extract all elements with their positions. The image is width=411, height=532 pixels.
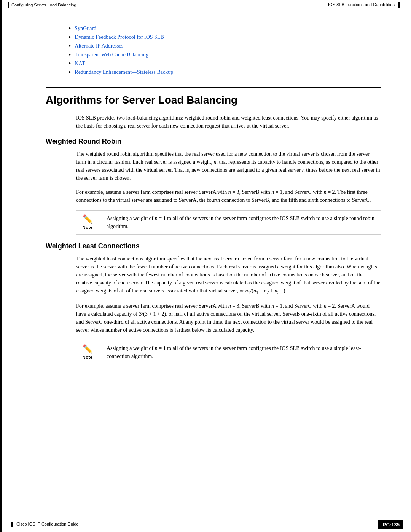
weighted-least-connections-heading: Weighted Least Connections [46, 242, 381, 250]
header-right: IOS SLB Functions and Capabilities [328, 2, 400, 8]
link-transparent-web[interactable]: Transparent Web Cache Balancing [75, 52, 148, 58]
bullet-dot: • [68, 60, 71, 67]
link-alternate-ip[interactable]: Alternate IP Addresses [75, 43, 123, 49]
var-n2: n [302, 167, 305, 173]
pencil-icon-2: ✏️ [83, 344, 93, 354]
bullet-dot: • [68, 51, 71, 58]
var-n7: n [228, 303, 231, 309]
bullet-dot: • [68, 34, 71, 41]
note-label-2: Note [83, 355, 92, 359]
list-item: • NAT [68, 61, 381, 67]
header-left-text: Configuring Server Load Balancing [11, 3, 76, 7]
var-n10: n [155, 345, 158, 351]
wlc-note-box: ✏️ Note Assigning a weight of n = 1 to a… [76, 340, 381, 364]
var-n5: n [324, 189, 327, 195]
intro-paragraph: IOS SLB provides two load-balancing algo… [76, 114, 381, 130]
note-icon-col: ✏️ Note [76, 214, 99, 230]
note-icon-col-2: ✏️ Note [76, 344, 99, 359]
var-n9: n [324, 303, 327, 309]
header-bar: Configuring Server Load Balancing IOS SL… [0, 0, 411, 10]
footer-left-text: Cisco IOS IP Configuration Guide [16, 522, 79, 526]
wlc-note-text: Assigning a weight of n = 1 to all of th… [107, 344, 381, 360]
wrr-para2: For example, assume a server farm compri… [76, 188, 381, 204]
bullet-dot: • [68, 69, 71, 76]
link-synguard[interactable]: SynGuard [75, 26, 96, 32]
header-right-rule [398, 2, 400, 8]
link-redundancy[interactable]: Redundancy Enhancement—Stateless Backup [75, 69, 173, 75]
list-item: • Redundancy Enhancement—Stateless Backu… [68, 69, 381, 76]
var-formula3: n [264, 288, 267, 294]
note-label: Note [83, 225, 92, 230]
wrr-note-box: ✏️ Note Assigning a weight of n = 1 to a… [76, 210, 381, 235]
var-n3: n [228, 189, 231, 195]
bullet-dot: • [68, 43, 71, 50]
footer-rule [11, 522, 13, 527]
wlc-para2: For example, assume a server farm compri… [76, 302, 381, 334]
page-badge: IPC-135 [378, 520, 403, 529]
header-left-rule [8, 2, 9, 8]
bullet-dot: • [68, 25, 71, 32]
link-dynamic-feedback[interactable]: Dynamic Feedback Protocol for IOS SLB [75, 34, 164, 40]
var-n: n [214, 159, 217, 165]
footer-left: Cisco IOS IP Configuration Guide [11, 522, 79, 527]
weighted-round-robin-heading: Weighted Round Robin [46, 137, 381, 145]
chapter-heading: Algorithms for Server Load Balancing [46, 87, 381, 106]
var-n8: n [271, 303, 274, 309]
list-item: • Dynamic Feedback Protocol for IOS SLB [68, 34, 381, 41]
header-left: Configuring Server Load Balancing [8, 2, 76, 8]
var-formula2: n [253, 288, 256, 294]
bullet-list: • SynGuard • Dynamic Feedback Protocol f… [68, 26, 381, 76]
link-nat[interactable]: NAT [75, 61, 85, 67]
main-content: • SynGuard • Dynamic Feedback Protocol f… [0, 10, 411, 382]
var-n4: n [271, 189, 274, 195]
list-item: • SynGuard [68, 26, 381, 32]
pencil-icon: ✏️ [83, 214, 93, 224]
wrr-note-text: Assigning a weight of n = 1 to all of th… [107, 214, 381, 230]
var-formula: n [245, 288, 248, 294]
wlc-para1: The weighted least connections algorithm… [76, 255, 381, 296]
wrr-para1: The weighted round robin algorithm speci… [76, 150, 381, 182]
var-n6: n [155, 216, 158, 221]
list-item: • Alternate IP Addresses [68, 43, 381, 50]
list-item: • Transparent Web Cache Balancing [68, 52, 381, 58]
footer: Cisco IOS IP Configuration Guide IPC-135 [0, 517, 411, 532]
header-right-text: IOS SLB Functions and Capabilities [328, 2, 395, 7]
